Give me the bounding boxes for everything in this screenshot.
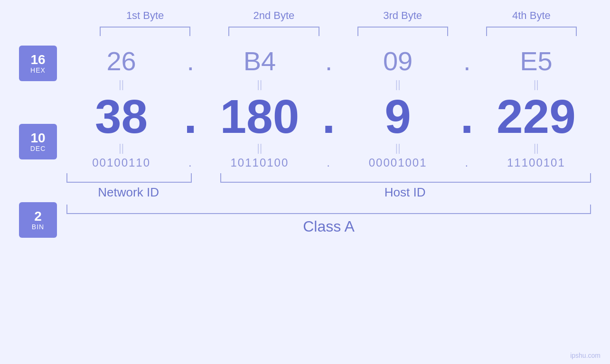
bin-val-3: 00001001 — [343, 156, 453, 169]
dec-name: DEC — [30, 145, 46, 152]
host-id-bracket-mid1 — [325, 173, 354, 183]
bracket-1 — [100, 27, 190, 36]
bracket-2 — [228, 27, 319, 36]
bin-dot-2: . — [315, 156, 343, 169]
eq-2-3: || — [343, 140, 453, 156]
byte-header-1: 1st Byte — [95, 9, 195, 22]
id-labels-row: Network ID Host ID — [66, 185, 591, 200]
all-rows: 26 . B4 . 09 . E5 — [66, 46, 591, 235]
bin-name: BIN — [32, 223, 44, 231]
class-bracket — [66, 205, 591, 214]
dec-dot-2: . — [315, 93, 343, 140]
bin-val-2: 10110100 — [205, 156, 314, 169]
hex-val-2: B4 — [205, 46, 314, 76]
host-id-bracket-left — [220, 173, 325, 183]
dec-badge: 10 DEC — [19, 124, 57, 159]
hex-name: HEX — [30, 66, 46, 74]
host-id-label: Host ID — [219, 185, 591, 200]
byte-header-2: 2nd Byte — [224, 9, 324, 22]
byte-headers-row: 1st Byte 2nd Byte 3rd Byte 4th Byte — [19, 9, 591, 22]
values-section: 16 HEX 10 DEC 2 BIN 26 . — [19, 46, 591, 238]
equals-row-2: || || || || — [66, 140, 591, 156]
bottom-brackets-row — [66, 173, 591, 183]
hex-val-4: E5 — [481, 46, 591, 76]
bin-dot-3: . — [453, 156, 481, 169]
byte-header-3: 3rd Byte — [353, 9, 453, 22]
bracket-4 — [486, 27, 577, 36]
eq-2-1: || — [66, 140, 176, 156]
host-id-bracket-mid2 — [354, 173, 458, 183]
hex-val-1: 26 — [66, 46, 176, 76]
dec-val-4: 229 — [481, 93, 591, 140]
hex-dot-2: . — [315, 46, 343, 76]
hex-row: 26 . B4 . 09 . E5 — [66, 46, 591, 76]
host-id-bracket-mid3 — [458, 173, 486, 183]
bin-badge: 2 BIN — [19, 202, 57, 238]
hex-badge: 16 HEX — [19, 46, 57, 81]
host-id-bracket-container — [220, 173, 591, 183]
bin-val-1: 00100110 — [66, 156, 176, 169]
bracket-3 — [357, 27, 448, 36]
dec-val-2: 180 — [205, 93, 314, 140]
bin-row: 00100110 . 10110100 . 00001001 . — [66, 156, 591, 169]
dec-dot-3: . — [453, 93, 481, 140]
top-brackets — [19, 27, 591, 36]
dec-val-1: 38 — [66, 93, 176, 140]
hex-dot-1: . — [176, 46, 205, 76]
class-label: Class A — [66, 218, 591, 235]
dec-dot-1: . — [176, 93, 205, 140]
dec-val-3: 9 — [343, 93, 453, 140]
host-id-bracket-right — [486, 173, 591, 183]
byte-header-4: 4th Byte — [481, 9, 582, 22]
hex-dot-3: . — [453, 46, 481, 76]
dec-number: 10 — [30, 131, 45, 145]
hex-val-3: 09 — [343, 46, 453, 76]
dec-row: 38 . 180 . 9 . 229 — [66, 93, 591, 140]
bin-number: 2 — [34, 210, 42, 223]
network-id-bracket — [66, 173, 192, 183]
bin-dot-1: . — [176, 156, 205, 169]
watermark: ipshu.com — [570, 352, 601, 359]
bin-val-4: 11100101 — [481, 156, 591, 169]
network-id-label: Network ID — [66, 185, 190, 200]
main-container: 1st Byte 2nd Byte 3rd Byte 4th Byte 16 H… — [0, 0, 610, 364]
base-labels: 16 HEX 10 DEC 2 BIN — [19, 46, 57, 238]
eq-2-2: || — [205, 140, 314, 156]
class-bracket-container: Class A — [66, 205, 591, 235]
eq-2-4: || — [481, 140, 591, 156]
hex-number: 16 — [30, 53, 45, 66]
